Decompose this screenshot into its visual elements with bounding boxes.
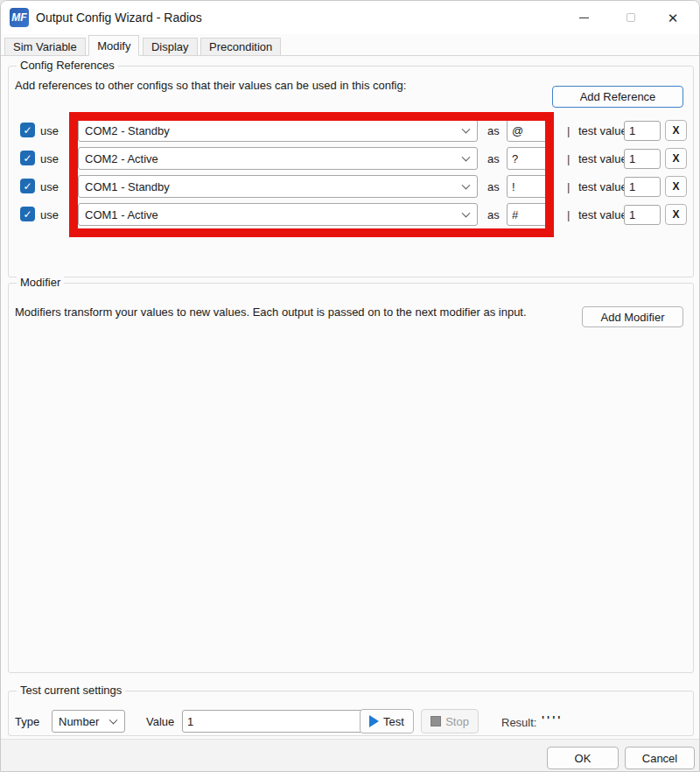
alias-input[interactable] — [507, 147, 549, 170]
config-reference-value: COM2 - Standby — [85, 124, 170, 137]
modifier-title: Modifier — [17, 276, 64, 290]
config-reference-select[interactable]: COM1 - Active — [78, 203, 478, 226]
config-reference-row: ✓ use COM1 - Standby as | test value X — [1, 175, 699, 199]
config-reference-value: COM1 - Active — [85, 208, 158, 221]
add-reference-button[interactable]: Add Reference — [552, 86, 683, 108]
test-value-label: test value — [578, 124, 627, 137]
pipe-separator: | — [567, 124, 570, 137]
play-icon — [369, 715, 379, 727]
remove-reference-button[interactable]: X — [665, 148, 687, 169]
ok-button[interactable]: OK — [547, 747, 619, 769]
stop-button[interactable]: Stop — [421, 709, 479, 733]
test-value-label: test value — [578, 208, 627, 221]
alias-input[interactable] — [507, 119, 549, 142]
chevron-down-icon — [462, 181, 471, 190]
stop-button-label: Stop — [445, 715, 469, 728]
alias-input[interactable] — [507, 175, 549, 198]
stop-icon — [430, 716, 441, 726]
test-value-input[interactable] — [624, 121, 661, 141]
config-references-title: Config References — [17, 59, 118, 73]
config-references-description: Add references to other configs so that … — [15, 79, 406, 92]
test-value-input[interactable] — [624, 205, 661, 225]
chevron-down-icon — [109, 716, 118, 725]
use-checkbox[interactable]: ✓ — [20, 179, 35, 193]
use-label: use — [40, 152, 59, 165]
alias-input[interactable] — [507, 203, 549, 226]
maximize-icon — [626, 13, 635, 22]
test-button-label: Test — [383, 715, 404, 728]
app-logo-icon: MF — [10, 8, 29, 27]
modifier-description: Modifiers transform your values to new v… — [15, 305, 527, 319]
minimize-icon — [579, 18, 589, 18]
test-value-label: test value — [578, 180, 627, 193]
use-checkbox[interactable]: ✓ — [20, 123, 35, 137]
tab-display[interactable]: Display — [143, 38, 198, 56]
test-settings-title: Test current settings — [17, 684, 125, 698]
tab-sim-variable[interactable]: Sim Variable — [4, 38, 86, 56]
maximize-button — [612, 1, 650, 34]
close-icon: ✕ — [668, 11, 679, 25]
as-label: as — [487, 180, 500, 193]
pipe-separator: | — [567, 152, 570, 165]
config-reference-row: ✓ use COM2 - Active as | test value X — [1, 147, 699, 171]
test-value-input[interactable] — [624, 177, 661, 197]
result-label: Result: — [501, 716, 536, 729]
test-value-label: test value — [578, 152, 627, 165]
config-reference-row: ✓ use COM2 - Standby as | test value X — [1, 119, 699, 143]
type-select[interactable]: Number — [52, 710, 125, 733]
pipe-separator: | — [567, 180, 570, 193]
remove-reference-button[interactable]: X — [665, 204, 687, 225]
config-reference-select[interactable]: COM1 - Standby — [78, 175, 478, 198]
check-icon: ✓ — [23, 125, 32, 136]
use-checkbox[interactable]: ✓ — [20, 207, 35, 221]
config-reference-select[interactable]: COM2 - Active — [78, 147, 478, 170]
tab-precondition[interactable]: Precondition — [200, 38, 281, 56]
modifier-group: Modifier — [8, 283, 694, 673]
cancel-button[interactable]: Cancel — [625, 747, 695, 769]
use-checkbox[interactable]: ✓ — [20, 151, 35, 165]
as-label: as — [487, 152, 500, 165]
type-label: Type — [15, 715, 39, 728]
close-button[interactable]: ✕ — [654, 1, 692, 34]
titlebar: MF Output Config Wizard - Radios ✕ — [1, 1, 699, 34]
as-label: as — [487, 124, 500, 137]
minimize-button[interactable] — [564, 1, 603, 34]
test-button[interactable]: Test — [360, 709, 414, 733]
value-label: Value — [146, 715, 174, 728]
tab-modify[interactable]: Modify — [88, 35, 139, 56]
window-title: Output Config Wizard - Radios — [36, 1, 202, 34]
config-reference-value: COM2 - Active — [85, 152, 158, 165]
config-reference-row: ✓ use COM1 - Active as | test value X — [1, 203, 699, 227]
tab-strip: Sim Variable Modify Display Precondition — [1, 35, 699, 56]
check-icon: ✓ — [23, 209, 32, 220]
chevron-down-icon — [462, 153, 471, 162]
remove-reference-button[interactable]: X — [665, 120, 687, 141]
check-icon: ✓ — [23, 181, 32, 192]
output-config-wizard-window: MF Output Config Wizard - Radios ✕ Sim V… — [0, 0, 700, 772]
use-label: use — [40, 208, 59, 221]
as-label: as — [487, 208, 500, 221]
test-value-input[interactable] — [624, 149, 661, 169]
type-select-value: Number — [59, 715, 99, 728]
remove-reference-button[interactable]: X — [665, 176, 687, 197]
use-label: use — [40, 124, 59, 137]
use-label: use — [40, 180, 59, 193]
config-reference-value: COM1 - Standby — [85, 180, 170, 193]
add-modifier-button[interactable]: Add Modifier — [582, 306, 683, 327]
pipe-separator: | — [567, 208, 570, 221]
chevron-down-icon — [462, 209, 471, 218]
check-icon: ✓ — [23, 153, 32, 164]
config-reference-select[interactable]: COM2 - Standby — [78, 119, 478, 142]
result-value: '''' — [542, 713, 563, 726]
chevron-down-icon — [462, 125, 471, 134]
